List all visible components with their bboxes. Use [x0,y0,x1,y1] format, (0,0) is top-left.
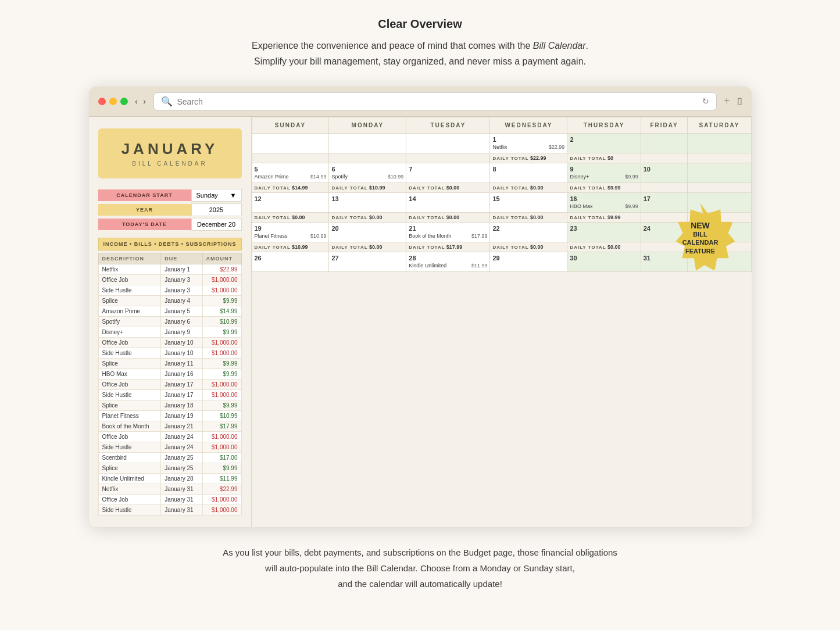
refresh-icon[interactable]: ↻ [702,96,709,106]
minimize-dot[interactable] [109,98,117,105]
day-cell: 17 [641,193,688,213]
list-item: Netflix [98,484,161,495]
day-cell: 30 [567,252,641,272]
list-item: Splice [98,296,161,306]
browser-toolbar: ‹ › 🔍 ↻ + ▯ [89,87,752,117]
calendar-day-header: FRIDAY [641,117,688,134]
month-subtitle: BILL CALENDAR [108,160,233,167]
search-input[interactable] [177,97,698,106]
header-section: Clear Overview Experience the convenienc… [252,17,588,69]
daily-total-cell [688,153,751,163]
desc-text-2: Simplify your bill management, stay orga… [254,56,586,66]
daily-total-cell: DAILY TOTAL $9.99 [567,213,641,223]
calendar-grid: SUNDAYMONDAYTUESDAYWEDNESDAYTHURSDAYFRID… [252,117,752,272]
day-event: Amazon Prime $14.99 [255,174,327,180]
footer-section: As you list your bills, debt payments, a… [223,545,617,592]
day-cell: 27 [329,252,406,272]
list-item: Office Job [98,495,161,505]
desc-italic: Bill Calendar [533,41,586,51]
day-cell: 26 [252,252,329,272]
daily-total-cell: DAILY TOTAL $22.99 [490,153,567,163]
col-amount: AMOUNT [202,253,241,264]
list-item: Office Job [98,380,161,390]
event-name: HBO Max [570,203,592,209]
day-number: 7 [409,166,487,173]
day-number: 30 [570,255,638,262]
day-number: 10 [644,166,685,173]
daily-total-cell: DAILY TOTAL $0.00 [490,213,567,223]
footer-line3: and the calendar will automatically upda… [338,579,502,589]
back-button[interactable]: ‹ [135,95,138,108]
event-amount: $17.99 [471,233,488,239]
add-tab-button[interactable]: + [724,95,730,108]
month-title: JANUARY [108,140,233,158]
day-number: 29 [492,255,564,262]
day-cell: 15 [490,193,567,213]
day-cell: 20 [329,223,406,242]
list-item: Splice [98,400,161,411]
day-event: Netflix $22.99 [492,144,564,150]
income-section-header: INCOME • BILLS • DEBTS • SUBSCRIPTIONS [98,238,242,250]
event-amount: $22.99 [549,144,565,150]
calendar-day-header: TUESDAY [406,117,490,134]
day-number: 19 [255,225,327,232]
day-number: 1 [492,136,564,143]
event-name: Book of the Month [409,233,451,239]
daily-total-cell [641,153,688,163]
day-event: HBO Max $9.99 [570,203,638,209]
day-number: 17 [644,195,685,202]
browser-nav: ‹ › [135,95,146,108]
day-cell: 9 Disney+ $9.99 [567,163,641,183]
daily-total-cell: DAILY TOTAL $10.99 [252,242,329,252]
day-number: 23 [570,225,638,232]
day-number: 5 [255,166,327,173]
close-dot[interactable] [98,98,106,105]
calendar-day-header: SUNDAY [252,117,329,134]
event-name: Disney+ [570,174,589,180]
browser-content: JANUARY BILL CALENDAR CALENDAR START Sun… [89,117,752,527]
event-amount: $11.99 [471,263,488,269]
daily-total-cell: DAILY TOTAL $0.00 [567,242,641,252]
day-cell: 28 Kindle Unlimited $11.99 [406,252,490,272]
browser-search-bar[interactable]: 🔍 ↻ [153,92,717,110]
daily-total-cell: DAILY TOTAL $10.99 [329,183,406,193]
calendar-area: NEW BILLCALENDARFEATURE SUNDAYMONDAYTUES… [252,117,752,527]
maximize-dot[interactable] [120,98,128,105]
calendar-start-value[interactable]: Sunday▼ [191,189,242,202]
list-item: Office Job [98,275,161,285]
browser-dots [98,98,128,105]
daily-total-cell: DAILY TOTAL $0.00 [490,242,567,252]
copy-button[interactable]: ▯ [737,95,742,108]
forward-button[interactable]: › [143,95,146,108]
day-event: Kindle Unlimited $11.99 [409,263,487,269]
list-item: Spotify [98,317,161,327]
day-cell: 13 [329,193,406,213]
event-name: Spotify [331,174,348,180]
daily-total-cell: DAILY TOTAL $0.00 [329,242,406,252]
day-cell: 21 Book of the Month $17.99 [406,223,490,242]
day-cell: 10 [641,163,688,183]
event-name: Amazon Prime [255,174,289,180]
event-amount: $10.99 [310,233,327,239]
day-number: 28 [409,255,487,262]
desc-text-1: Experience the convenience and peace of … [252,41,533,51]
daily-total-cell: DAILY TOTAL $0.00 [490,183,567,193]
today-value: December 20 [191,218,242,231]
day-event: Disney+ $9.99 [570,174,638,180]
daily-total-cell: DAILY TOTAL $17.99 [406,242,490,252]
new-badge-new-label: NEW [691,221,710,230]
event-amount: $9.99 [625,203,638,209]
list-item: HBO Max [98,369,161,380]
list-item: Side Hustle [98,442,161,453]
month-header: JANUARY BILL CALENDAR [98,128,242,178]
header-description: Experience the convenience and peace of … [252,38,588,69]
browser-actions: + ▯ [724,95,742,108]
list-item: Amazon Prime [98,306,161,317]
day-number: 15 [492,195,564,202]
day-cell: 7 [406,163,490,183]
list-item: Disney+ [98,327,161,338]
daily-total-cell: DAILY TOTAL $0.00 [329,213,406,223]
daily-total-cell [641,213,688,223]
day-number: 13 [331,195,403,202]
event-amount: $10.99 [388,174,404,180]
